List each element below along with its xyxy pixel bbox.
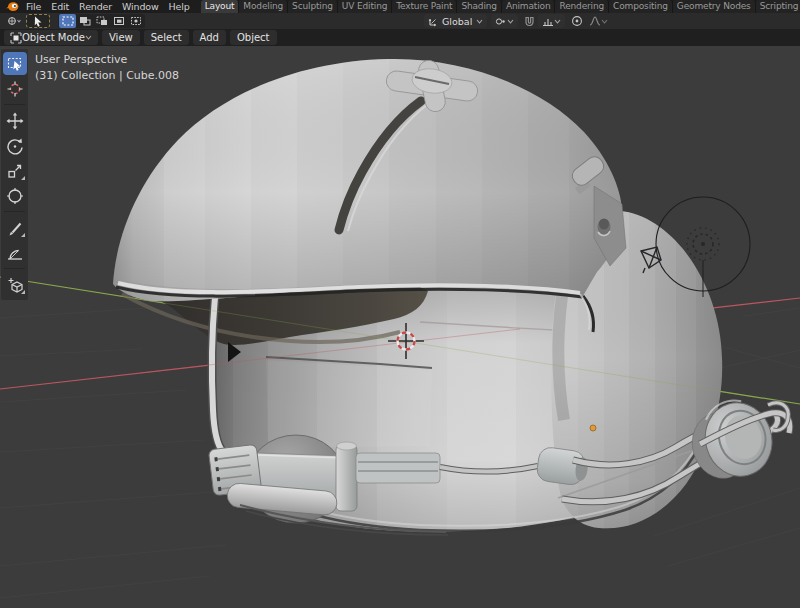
snap-with-dropdown[interactable] <box>538 14 565 28</box>
menu-render[interactable]: Render <box>74 0 117 13</box>
select-invert-icon[interactable] <box>110 14 127 28</box>
topbar: File Edit Render Window Help Layout Mode… <box>0 0 800 13</box>
menu-view[interactable]: View <box>102 30 140 45</box>
object-mode-icon <box>10 32 22 44</box>
menu-add[interactable]: Add <box>193 30 226 45</box>
pivot-point-dropdown[interactable] <box>491 14 518 28</box>
select-subtract-icon[interactable] <box>93 14 110 28</box>
tool-measure[interactable] <box>3 241 27 264</box>
tab-compositing[interactable]: Compositing <box>609 0 673 13</box>
blender-logo-icon[interactable] <box>5 1 19 12</box>
tool-transform[interactable] <box>3 184 27 207</box>
workspace-tabs: Layout Modeling Sculpting UV Editing Tex… <box>201 0 800 13</box>
viewport-3d[interactable]: User Perspective (31) Collection | Cube.… <box>0 46 800 608</box>
tool-scale[interactable] <box>3 159 27 182</box>
tab-texture-paint[interactable]: Texture Paint <box>392 0 457 13</box>
tool-move[interactable] <box>3 109 27 132</box>
menu-window[interactable]: Window <box>117 0 164 13</box>
mode-dropdown[interactable]: Object Mode <box>4 30 98 45</box>
orientation-dropdown[interactable]: Global <box>424 14 487 28</box>
menu-select[interactable]: Select <box>144 30 189 45</box>
orientation-label: Global <box>442 16 472 27</box>
tab-animation[interactable]: Animation <box>502 0 556 13</box>
scene-canvas[interactable]: User Perspective (31) Collection | Cube.… <box>0 46 800 608</box>
editor-type-button[interactable] <box>4 14 24 28</box>
tab-sculpting[interactable]: Sculpting <box>288 0 338 13</box>
tab-layout[interactable]: Layout <box>201 0 240 13</box>
tool-rotate[interactable] <box>3 134 27 157</box>
select-mode-group <box>58 14 145 28</box>
snap-magnet-icon[interactable] <box>522 14 537 28</box>
tab-uv-editing[interactable]: UV Editing <box>338 0 392 13</box>
mount-post <box>336 445 357 511</box>
mount-rail <box>356 453 440 483</box>
tab-shading[interactable]: Shading <box>457 0 502 13</box>
mode-label: Object Mode <box>22 32 85 43</box>
active-tool-button[interactable] <box>26 14 50 28</box>
transform-snap-cluster: Global <box>424 14 612 28</box>
menu-object[interactable]: Object <box>230 30 277 45</box>
viewport-header: Object Mode View Select Add Object <box>0 29 800 46</box>
falloff-dropdown[interactable] <box>587 14 610 28</box>
menu-help[interactable]: Help <box>164 0 195 13</box>
toolbar <box>1 49 28 300</box>
select-set-icon[interactable] <box>59 14 76 28</box>
select-extend-icon[interactable] <box>76 14 93 28</box>
tab-modeling[interactable]: Modeling <box>239 0 288 13</box>
menu-edit[interactable]: Edit <box>46 0 74 13</box>
select-intersect-icon[interactable] <box>127 14 144 28</box>
tool-add-cube[interactable] <box>3 273 27 296</box>
tool-cursor[interactable] <box>3 77 27 100</box>
view-name-overlay: User Perspective <box>35 53 128 66</box>
menu-file[interactable]: File <box>21 0 46 13</box>
tab-scripting[interactable]: Scripting <box>756 0 800 13</box>
active-object-overlay: (31) Collection | Cube.008 <box>35 69 179 82</box>
tab-rendering[interactable]: Rendering <box>555 0 609 13</box>
object-origin-dot <box>590 425 596 431</box>
tool-select-box[interactable] <box>3 52 27 75</box>
tool-annotate[interactable] <box>3 216 27 239</box>
tool-settings-bar: Global <box>0 13 800 29</box>
proportional-editing-icon[interactable] <box>569 14 585 28</box>
tab-geometry-nodes[interactable]: Geometry Nodes <box>673 0 756 13</box>
